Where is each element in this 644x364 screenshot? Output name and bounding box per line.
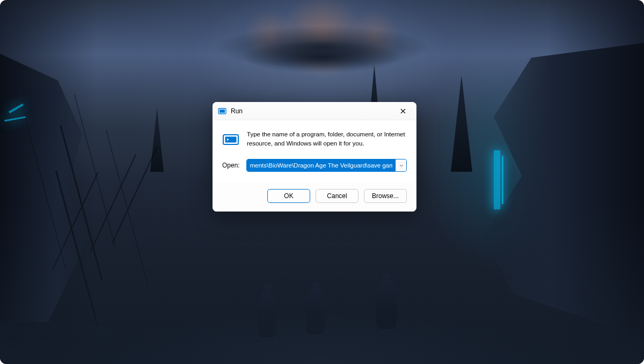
combobox-dropdown-button[interactable] [396,159,406,171]
close-button[interactable] [392,103,414,119]
open-label: Open: [222,162,240,169]
background-structure [204,0,440,86]
run-titlebar-icon [218,107,226,115]
svg-rect-3 [225,137,237,143]
open-input[interactable] [247,159,396,171]
run-dialog: Run Type the name of a program, folder, … [213,102,416,212]
svg-rect-1 [219,110,225,113]
button-row: OK Cancel Browse... [213,183,416,212]
cancel-button[interactable]: Cancel [316,189,358,203]
dialog-body: Type the name of a program, folder, docu… [213,120,416,156]
background-glow [494,150,500,209]
input-row: Open: [213,156,416,183]
background-figure [376,281,397,329]
background-figure [258,292,276,337]
background-figure [306,289,325,334]
ok-button[interactable]: OK [267,189,310,203]
open-combobox[interactable] [246,159,407,172]
background-structure [456,43,644,338]
run-icon [222,131,239,148]
browse-button[interactable]: Browse... [364,189,407,203]
close-icon [400,108,406,114]
background-glow [502,156,503,204]
dialog-description: Type the name of a program, folder, docu… [247,130,407,148]
titlebar[interactable]: Run [213,102,416,120]
background-branches [27,122,188,310]
chevron-down-icon [399,164,404,167]
dialog-title: Run [231,107,392,115]
background-spire [451,75,472,172]
